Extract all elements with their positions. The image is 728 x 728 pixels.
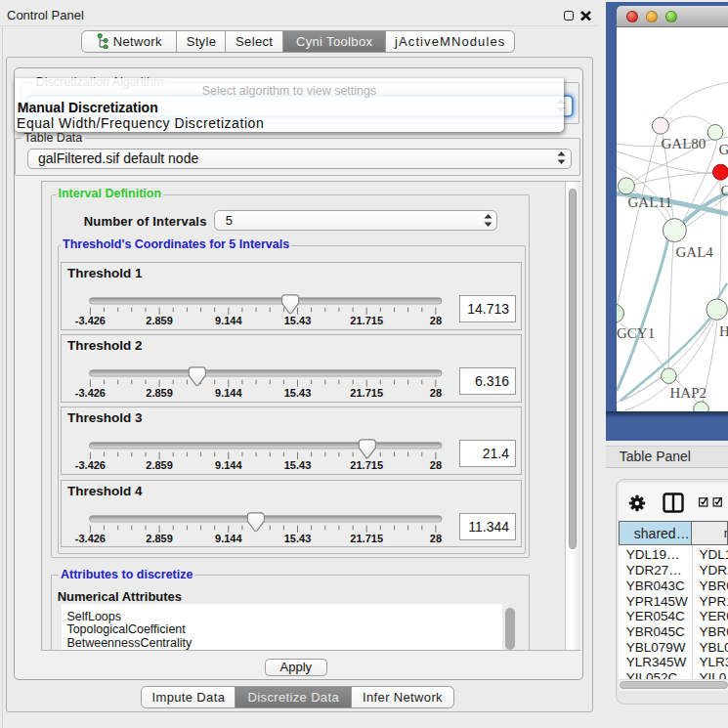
svg-text:21.715: 21.715 — [350, 532, 383, 543]
svg-text:2.859: 2.859 — [146, 387, 173, 399]
svg-text:GAL4: GAL4 — [676, 244, 714, 260]
svg-text:-3.426: -3.426 — [74, 532, 105, 543]
svg-text:15.43: 15.43 — [283, 459, 311, 471]
svg-text:9.144: 9.144 — [215, 532, 242, 543]
svg-text:21.715: 21.715 — [350, 314, 383, 325]
svg-text:28: 28 — [429, 314, 441, 325]
svg-text:-3.426: -3.426 — [74, 387, 105, 399]
svg-text:15.43: 15.43 — [283, 314, 311, 325]
svg-text:2.859: 2.859 — [146, 532, 173, 543]
svg-text:9.144: 9.144 — [215, 387, 242, 399]
svg-text:9.144: 9.144 — [215, 459, 242, 471]
svg-text:28: 28 — [429, 387, 441, 399]
svg-text:21.715: 21.715 — [350, 387, 383, 399]
svg-text:GAL11: GAL11 — [628, 194, 672, 210]
svg-text:GCY1: GCY1 — [617, 325, 655, 341]
svg-text:28: 28 — [429, 532, 441, 543]
svg-text:2.859: 2.859 — [146, 314, 173, 325]
svg-text:C: C — [720, 183, 728, 198]
svg-text:-3.426: -3.426 — [74, 314, 105, 325]
svg-text:GAL80: GAL80 — [662, 136, 707, 151]
svg-text:15.43: 15.43 — [283, 387, 311, 399]
svg-text:GA: GA — [718, 142, 728, 157]
svg-text:HAP2: HAP2 — [670, 385, 707, 401]
svg-text:15.43: 15.43 — [283, 532, 311, 543]
svg-text:H: H — [719, 323, 728, 339]
svg-text:9.144: 9.144 — [215, 314, 242, 325]
svg-text:-3.426: -3.426 — [74, 459, 105, 471]
svg-text:21.715: 21.715 — [350, 459, 383, 471]
svg-text:2.859: 2.859 — [146, 459, 173, 471]
svg-text:28: 28 — [429, 459, 441, 471]
